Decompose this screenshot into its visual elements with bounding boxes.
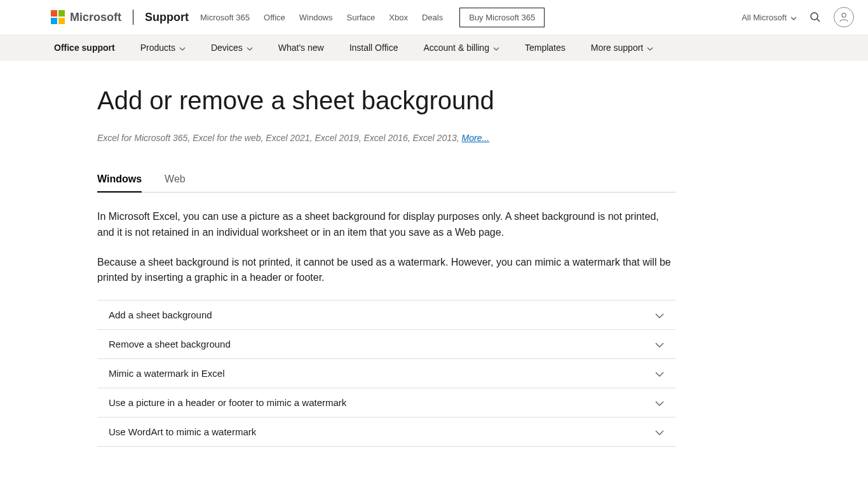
chevron-down-icon [493,43,499,53]
page-title: Add or remove a sheet background [97,86,675,115]
accordion-item-label: Mimic a watermark in Excel [109,368,225,379]
accordion-item-label: Add a sheet background [109,309,212,320]
top-link-windows[interactable]: Windows [299,13,333,22]
brand-text: Microsoft [70,11,121,24]
accordion: Add a sheet backgroundRemove a sheet bac… [97,300,675,447]
top-link-xbox[interactable]: Xbox [389,13,408,22]
top-link-deals[interactable]: Deals [422,13,443,22]
accordion-item[interactable]: Use WordArt to mimic a watermark [97,417,675,447]
microsoft-logo[interactable]: Microsoft [51,10,121,24]
top-link-m365[interactable]: Microsoft 365 [200,13,250,22]
applies-to: Excel for Microsoft 365, Excel for the w… [97,133,675,143]
svg-point-4 [811,13,818,20]
body-paragraph: In Microsoft Excel, you can use a pictur… [97,209,675,241]
accordion-item-label: Use WordArt to mimic a watermark [109,426,256,437]
accordion-item[interactable]: Remove a sheet background [97,330,675,359]
chevron-down-icon [247,43,253,53]
subnav-item-office-support[interactable]: Office support [54,43,115,53]
buy-microsoft-365-button[interactable]: Buy Microsoft 365 [459,8,545,27]
subnav-item-install-office[interactable]: Install Office [349,43,398,53]
accordion-item-label: Use a picture in a header or footer to m… [109,397,346,408]
svg-line-5 [817,19,820,22]
all-microsoft-label: All Microsoft [742,13,787,22]
all-microsoft-dropdown[interactable]: All Microsoft [742,13,797,22]
chevron-down-icon [655,339,664,349]
subnav-item-label: Office support [54,43,115,53]
subnav-item-what-s-new[interactable]: What's new [278,43,324,53]
article: Add or remove a sheet background Excel f… [97,61,675,485]
chevron-down-icon [647,43,653,53]
site-name[interactable]: Support [145,11,189,24]
header-separator [133,10,133,25]
microsoft-logo-icon [51,10,65,24]
svg-rect-3 [58,18,65,24]
subnav-item-label: Install Office [349,43,398,53]
subnav-item-label: Products [140,43,175,53]
svg-point-6 [842,13,846,17]
body-text: In Microsoft Excel, you can use a pictur… [97,209,675,286]
sign-in-icon[interactable] [834,7,854,27]
top-links: Microsoft 365 Office Windows Surface Xbo… [200,8,545,27]
applies-to-text: Excel for Microsoft 365, Excel for the w… [97,133,462,143]
subnav-item-label: More support [591,43,643,53]
subnav-item-more-support[interactable]: More support [591,43,653,53]
chevron-down-icon [179,43,186,53]
body-paragraph: Because a sheet background is not printe… [97,255,675,287]
header-left: Microsoft Support Microsoft 365 Office W… [51,8,545,27]
subnav-item-devices[interactable]: Devices [211,43,253,53]
tab-windows[interactable]: Windows [97,173,142,193]
chevron-down-icon [655,368,664,379]
subnav-item-templates[interactable]: Templates [525,43,566,53]
accordion-item[interactable]: Mimic a watermark in Excel [97,359,675,388]
global-header: Microsoft Support Microsoft 365 Office W… [0,0,868,34]
subnav-item-account-billing[interactable]: Account & billing [423,43,499,53]
header-right: All Microsoft [742,7,854,27]
tab-web[interactable]: Web [165,173,186,192]
chevron-down-icon [655,426,664,437]
sub-navigation: Office supportProductsDevicesWhat's newI… [0,34,868,61]
accordion-item-label: Remove a sheet background [109,339,231,349]
top-link-surface[interactable]: Surface [347,13,376,22]
chevron-down-icon [655,397,664,408]
subnav-item-products[interactable]: Products [140,43,186,53]
svg-rect-1 [58,10,65,17]
accordion-item[interactable]: Add a sheet background [97,301,675,330]
subnav-item-label: Templates [525,43,566,53]
applies-to-more-link[interactable]: More... [462,133,490,143]
chevron-down-icon [790,13,797,22]
accordion-item[interactable]: Use a picture in a header or footer to m… [97,388,675,417]
svg-rect-2 [51,18,57,24]
svg-rect-0 [51,10,57,17]
search-icon[interactable] [810,11,821,23]
tab-row: WindowsWeb [97,173,675,193]
subnav-item-label: What's new [278,43,324,53]
article-container: Add or remove a sheet background Excel f… [0,61,868,485]
chevron-down-icon [655,309,664,320]
subnav-item-label: Account & billing [423,43,489,53]
subnav-item-label: Devices [211,43,243,53]
top-link-office[interactable]: Office [264,13,285,22]
